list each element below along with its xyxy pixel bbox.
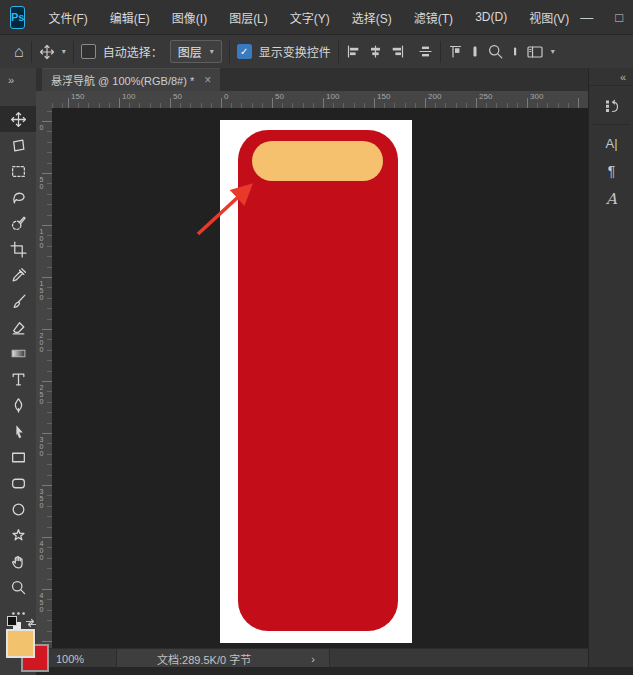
- menu-select[interactable]: 选择(S): [352, 9, 392, 26]
- separator: [73, 41, 74, 63]
- quick-selection-tool[interactable]: [0, 210, 36, 236]
- tab-close-icon[interactable]: ×: [204, 73, 211, 87]
- lasso-tool[interactable]: [0, 184, 36, 210]
- menu-filter[interactable]: 滤镜(T): [414, 9, 453, 26]
- show-transform-label: 显示变换控件: [259, 43, 331, 60]
- ruler-label: 0: [38, 124, 45, 131]
- photoshop-window: Ps 文件(F) 编辑(E) 图像(I) 图层(L) 文字(Y) 选择(S) 滤…: [0, 0, 633, 675]
- workspace-icon[interactable]: [526, 44, 544, 60]
- ruler-label: 200: [38, 332, 45, 353]
- ruler-label: 400: [38, 540, 45, 561]
- eraser-tool[interactable]: [0, 314, 36, 340]
- separator: [593, 124, 630, 125]
- rectangle-tool[interactable]: [0, 444, 36, 470]
- document-info-text: 文档:289.5K/0 字节: [157, 651, 251, 667]
- ruler-label: 100: [38, 228, 45, 249]
- ruler-label: 250: [38, 384, 45, 405]
- search-icon[interactable]: [487, 43, 504, 60]
- vertical-ruler: 0 50 100 150 200 250 300 350 400 450 500: [36, 108, 53, 648]
- zoom-level-field[interactable]: 100%: [56, 653, 116, 665]
- layer-select-value: 图层: [178, 43, 202, 60]
- document-tab-title: 悬浮导航 @ 100%(RGB/8#) *: [51, 72, 194, 88]
- default-colors-icon[interactable]: [7, 616, 21, 630]
- toolbar-collapse-icon[interactable]: »: [0, 68, 36, 98]
- separator: [338, 41, 339, 63]
- menu-3d[interactable]: 3D(D): [475, 10, 507, 24]
- maximize-icon[interactable]: □: [615, 10, 623, 25]
- distribute-vertical-icon[interactable]: [470, 44, 480, 59]
- custom-shape-tool[interactable]: [0, 522, 36, 548]
- ruler-label: 50: [173, 92, 182, 101]
- layer-select-dropdown[interactable]: 图层 ▾: [170, 40, 222, 63]
- type-tool[interactable]: [0, 366, 36, 392]
- character-panel-icon[interactable]: A|: [589, 129, 633, 157]
- minimize-icon[interactable]: —: [580, 10, 593, 25]
- document-tab[interactable]: 悬浮导航 @ 100%(RGB/8#) * ×: [42, 68, 220, 91]
- ruler-label: 150: [71, 92, 84, 101]
- menu-view[interactable]: 视图(V): [529, 9, 569, 26]
- menu-type[interactable]: 文字(Y): [290, 9, 330, 26]
- ruler-label: 300: [38, 436, 45, 457]
- menu-layer[interactable]: 图层(L): [229, 9, 268, 26]
- ellipse-tool[interactable]: [0, 496, 36, 522]
- options-bar: ⌂ ▾ 自动选择： 图层 ▾ ✓ 显示变换控件: [0, 35, 633, 69]
- document-info[interactable]: 文档:289.5K/0 字节 ›: [116, 649, 330, 668]
- ruler-label: 0: [224, 92, 228, 101]
- rounded-rectangle-tool[interactable]: [0, 470, 36, 496]
- align-right-edges-icon[interactable]: [390, 44, 405, 59]
- ruler-label: 200: [428, 92, 441, 101]
- bottom-strip: [36, 667, 633, 675]
- status-bar: 100% 文档:289.5K/0 字节 ›: [36, 648, 588, 668]
- ruler-label: 50: [38, 176, 45, 190]
- align-left-edges-icon[interactable]: [346, 44, 361, 59]
- separator: [229, 41, 230, 63]
- history-panel-icon[interactable]: [589, 92, 633, 120]
- dock-collapse-icon[interactable]: «: [589, 68, 633, 86]
- ruler-label: 150: [38, 280, 45, 301]
- hand-tool[interactable]: [0, 548, 36, 574]
- ruler-label: 50: [275, 92, 284, 101]
- chevron-down-icon[interactable]: ▾: [62, 47, 66, 56]
- orange-pill-shape[interactable]: [252, 141, 383, 181]
- foreground-color-swatch[interactable]: [6, 629, 35, 658]
- paragraph-panel-icon[interactable]: ¶: [589, 157, 633, 185]
- right-panel-dock: « A| ¶ A: [588, 68, 633, 667]
- ruler-label: 150: [377, 92, 390, 101]
- crop-tool[interactable]: [0, 236, 36, 262]
- tab-strip: 悬浮导航 @ 100%(RGB/8#) * ×: [36, 68, 588, 92]
- gradient-tool[interactable]: [0, 340, 36, 366]
- distribute-centers-icon[interactable]: [418, 44, 433, 59]
- chevron-right-icon[interactable]: ›: [311, 653, 315, 665]
- path-selection-tool[interactable]: [0, 418, 36, 444]
- menu-image[interactable]: 图像(I): [172, 9, 207, 26]
- show-transform-checkbox[interactable]: ✓: [237, 44, 252, 59]
- tools-panel: »: [0, 68, 37, 675]
- home-icon[interactable]: ⌂: [14, 43, 24, 61]
- align-vertical-centers-icon[interactable]: [368, 44, 383, 59]
- ruler-label: 300: [530, 92, 543, 101]
- move-tool[interactable]: [0, 106, 36, 132]
- auto-select-checkbox[interactable]: [81, 44, 96, 59]
- photoshop-logo-icon: Ps: [10, 6, 25, 29]
- rectangular-marquee-tool[interactable]: [0, 158, 36, 184]
- separator: [440, 41, 441, 63]
- eyedropper-tool[interactable]: [0, 262, 36, 288]
- menu-bar: Ps 文件(F) 编辑(E) 图像(I) 图层(L) 文字(Y) 选择(S) 滤…: [0, 0, 633, 35]
- annotation-arrow: [192, 170, 266, 242]
- chevron-down-icon[interactable]: ▾: [551, 47, 555, 56]
- ruler-label: 350: [38, 488, 45, 509]
- pasteboard[interactable]: [52, 108, 588, 648]
- pen-tool[interactable]: [0, 392, 36, 418]
- menu-edit[interactable]: 编辑(E): [110, 9, 150, 26]
- zoom-tool[interactable]: [0, 574, 36, 600]
- chevron-down-icon: ▾: [210, 47, 214, 56]
- ruler-label: 250: [479, 92, 492, 101]
- align-top-edges-icon[interactable]: [448, 44, 463, 59]
- horizontal-ruler: 150 100 50 0 50 100 150 200 250 300: [52, 91, 588, 109]
- glyphs-panel-icon[interactable]: A: [589, 185, 633, 213]
- artboard-tool[interactable]: [0, 132, 36, 158]
- menu-file[interactable]: 文件(F): [48, 9, 87, 26]
- ruler-label: 100: [122, 92, 135, 101]
- brush-tool[interactable]: [0, 288, 36, 314]
- move-tool-icon[interactable]: [39, 44, 55, 60]
